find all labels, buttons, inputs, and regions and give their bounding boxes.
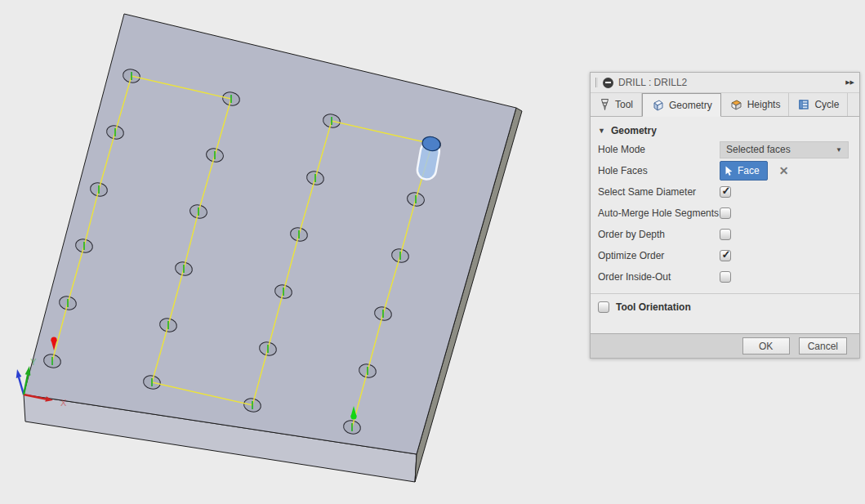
auto-merge-label: Auto-Merge Hole Segments [598, 207, 720, 219]
order-by-depth-checkbox[interactable] [720, 229, 731, 240]
section-divider [591, 293, 859, 294]
tab-heights[interactable]: Heights [721, 93, 790, 116]
tool-orientation-row: Tool Orientation [598, 301, 852, 313]
tab-cycle-label: Cycle [814, 99, 839, 110]
dialog-titlebar[interactable]: DRILL : DRILL2 ▶▶ [591, 73, 859, 93]
wcs-x-axis-label: X [60, 398, 67, 408]
chevron-down-icon: ▼ [836, 146, 842, 154]
face-select-button[interactable]: Face [720, 161, 768, 181]
face-button-label: Face [738, 165, 760, 176]
tool-orientation-label: Tool Orientation [616, 301, 691, 313]
wcs-z-axis-arrow[interactable] [16, 369, 22, 378]
cursor-icon [725, 166, 733, 176]
hole-mode-label: Hole Mode [598, 144, 720, 155]
clear-selection-icon[interactable]: ✕ [779, 164, 789, 177]
wcs-y-axis-arrow[interactable] [25, 366, 31, 376]
optimize-order-label: Optimize Order [598, 250, 720, 261]
cycle-icon [797, 98, 810, 111]
expand-panel-icon[interactable]: ▶▶ [845, 79, 854, 86]
collapse-triangle-icon[interactable]: ▼ [598, 127, 605, 135]
heights-box-icon [729, 98, 743, 111]
tool-orientation-checkbox[interactable] [598, 301, 609, 313]
geometry-section-title: Geometry [611, 125, 657, 136]
order-inside-out-label: Order Inside-Out [598, 271, 720, 283]
tab-tool-label: Tool [615, 99, 633, 110]
ok-button[interactable]: OK [742, 337, 790, 355]
cancel-button[interactable]: Cancel [799, 337, 847, 355]
auto-merge-row: Auto-Merge Hole Segments [598, 203, 852, 224]
wcs-y-axis-label: Y [30, 357, 37, 367]
auto-merge-checkbox[interactable] [720, 207, 731, 219]
tab-cycle[interactable]: Cycle [789, 93, 848, 116]
order-by-depth-row: Order by Depth [598, 224, 852, 245]
viewport-svg[interactable]: XY [0, 0, 590, 504]
select-same-diameter-row: Select Same Diameter [598, 181, 852, 203]
tab-heights-label: Heights [747, 99, 781, 110]
optimize-order-row: Optimize Order [598, 245, 852, 266]
hole-mode-value: Selected faces [726, 144, 791, 155]
dialog-footer: OK Cancel [591, 333, 859, 358]
order-by-depth-label: Order by Depth [598, 229, 720, 240]
optimize-order-checkbox[interactable] [720, 250, 731, 261]
hole-mode-select[interactable]: Selected faces ▼ [720, 141, 849, 158]
drag-grip-icon[interactable] [595, 78, 598, 87]
tab-geometry-label: Geometry [669, 100, 712, 111]
dialog-title: DRILL : DRILL2 [618, 77, 687, 88]
tab-tool[interactable]: Tool [591, 93, 642, 116]
order-inside-out-row: Order Inside-Out [598, 266, 852, 288]
hole-faces-label: Hole Faces [598, 165, 720, 176]
select-same-diameter-checkbox[interactable] [720, 186, 731, 198]
select-same-diameter-label: Select Same Diameter [598, 186, 720, 198]
tab-geometry[interactable]: Geometry [642, 93, 721, 117]
wcs-z-axis[interactable] [19, 377, 24, 395]
drill-dialog: DRILL : DRILL2 ▶▶ Tool Geometry [590, 72, 860, 359]
cube-icon [651, 99, 665, 112]
dialog-tabbar: Tool Geometry Heights [591, 93, 859, 117]
geometry-section-header[interactable]: ▼ Geometry [598, 124, 852, 136]
hole-mode-row: Hole Mode Selected faces ▼ [598, 139, 852, 160]
drill-bit-icon [599, 98, 611, 111]
dialog-body: ▼ Geometry Hole Mode Selected faces ▼ Ho… [591, 117, 859, 333]
hole-faces-row: Hole Faces Face ✕ [598, 160, 852, 181]
order-inside-out-checkbox[interactable] [720, 271, 731, 283]
operation-badge-icon [603, 78, 613, 88]
